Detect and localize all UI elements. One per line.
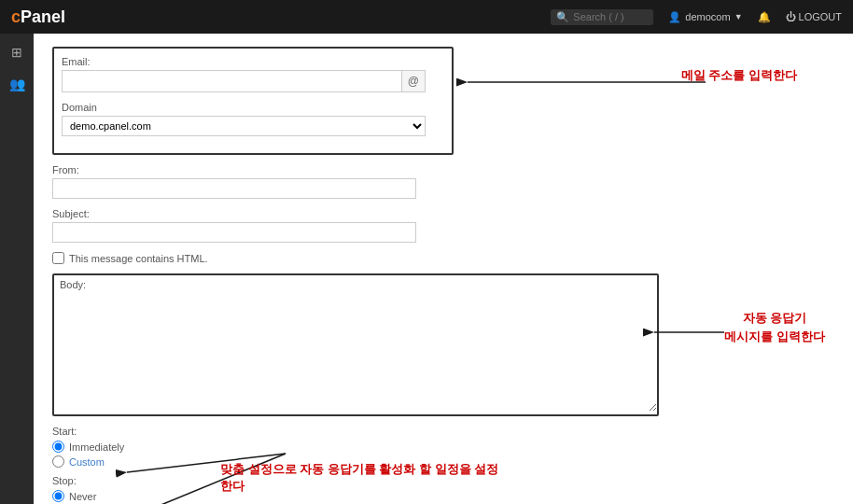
start-section: Start: Immediately Custom [52, 426, 834, 468]
domain-group: Domain demo.cpanel.com [62, 102, 444, 136]
start-custom-radio[interactable] [52, 455, 64, 468]
stop-section: Stop: Never Custom [52, 475, 834, 504]
username: democom [685, 11, 730, 22]
email-input-wrap: @ [62, 70, 426, 92]
body-textarea[interactable] [54, 290, 657, 412]
main-layout: ⊞ 👥 Email: @ Domain demo.cpanel.com From… [0, 34, 853, 504]
main-content: Email: @ Domain demo.cpanel.com From: Su… [34, 34, 853, 504]
domain-select[interactable]: demo.cpanel.com [62, 116, 426, 136]
start-custom-link[interactable]: Custom [69, 456, 105, 468]
user-icon: 👤 [668, 11, 681, 23]
sidebar-grid-icon[interactable]: ⊞ [6, 41, 28, 63]
at-sign: @ [401, 71, 425, 91]
search-icon: 🔍 [556, 11, 569, 23]
email-label: Email: [62, 56, 444, 67]
html-checkbox[interactable] [52, 252, 64, 264]
subject-input[interactable] [52, 222, 416, 243]
body-section: Body: [52, 273, 659, 416]
html-checkbox-label: This message contains HTML. [69, 253, 208, 264]
subject-group: Subject: [52, 208, 834, 243]
navbar: cPanel 🔍 👤 democom ▼ 🔔 ⏻ LOGOUT [0, 0, 853, 34]
start-label: Start: [52, 426, 834, 437]
stop-never-label: Never [69, 491, 96, 502]
navbar-right: 🔍 👤 democom ▼ 🔔 ⏻ LOGOUT [551, 9, 842, 25]
sidebar: ⊞ 👥 [0, 34, 34, 504]
email-section: Email: @ Domain demo.cpanel.com [52, 47, 454, 155]
start-immediately-radio[interactable] [52, 441, 64, 453]
sidebar-users-icon[interactable]: 👥 [6, 73, 28, 95]
email-input[interactable] [63, 71, 401, 91]
domain-label: Domain [62, 102, 444, 113]
search-input[interactable] [573, 11, 648, 22]
html-checkbox-row: This message contains HTML. [52, 252, 834, 264]
from-input[interactable] [52, 178, 416, 199]
search-bar[interactable]: 🔍 [551, 9, 653, 25]
stop-label: Stop: [52, 475, 834, 486]
from-label: From: [52, 164, 834, 175]
start-immediately-label: Immediately [69, 441, 124, 453]
from-group: From: [52, 164, 834, 199]
logout-button[interactable]: ⏻ LOGOUT [786, 11, 842, 22]
user-menu[interactable]: 👤 democom ▼ [668, 11, 742, 23]
start-immediately-row: Immediately [52, 441, 834, 453]
bell-icon[interactable]: 🔔 [758, 11, 771, 23]
logout-icon: ⏻ [786, 11, 796, 22]
email-annotation: 메일 주소를 입력한다 [681, 67, 797, 84]
body-label: Body: [54, 275, 657, 290]
subject-label: Subject: [52, 208, 834, 219]
chevron-down-icon: ▼ [734, 12, 743, 21]
stop-never-radio[interactable] [52, 490, 64, 502]
start-custom-row: Custom [52, 455, 834, 468]
brand-panel: Panel [21, 7, 65, 27]
stop-never-row: Never [52, 490, 834, 502]
body-annotation: 자동 응답기 메시지를 입력한다 [724, 309, 825, 345]
email-group: Email: @ [62, 56, 444, 92]
brand-c: c [11, 7, 21, 27]
brand-logo: cPanel [11, 7, 65, 27]
